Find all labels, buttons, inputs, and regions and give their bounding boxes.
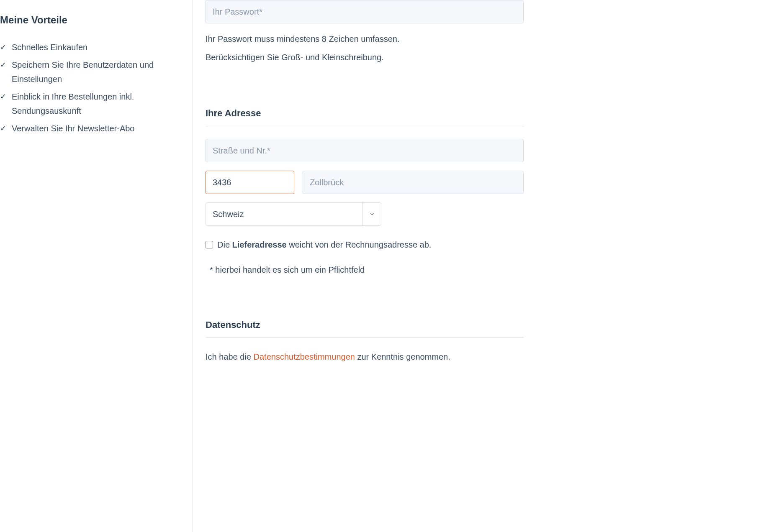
shipping-different-checkbox[interactable] [206,241,213,248]
check-icon: ✓ [0,122,6,135]
section-divider [206,126,524,126]
checkbox-label: Die Lieferadresse weicht von der Rechnun… [217,238,431,251]
sidebar-title: Meine Vorteile [0,13,184,28]
password-help-line: Berücksichtigen Sie Groß- und Kleinschre… [206,50,524,64]
registration-form: Ihr Passwort muss mindestens 8 Zeichen u… [193,0,536,532]
benefit-text: Einblick in Ihre Bestellungen inkl. Send… [12,92,134,115]
benefit-text: Verwalten Sie Ihr Newsletter-Abo [12,124,134,133]
benefit-item: ✓ Verwalten Sie Ihr Newsletter-Abo [0,121,184,136]
benefit-item: ✓ Schnelles Einkaufen [0,40,184,54]
country-select-wrap: Schweiz [206,202,381,226]
benefits-list: ✓ Schnelles Einkaufen ✓ Speichern Sie Ih… [0,40,184,136]
benefit-item: ✓ Speichern Sie Ihre Benutzerdaten und E… [0,58,184,86]
address-heading: Ihre Adresse [206,106,524,120]
street-input[interactable] [206,139,524,162]
check-icon: ✓ [0,41,6,54]
privacy-heading: Datenschutz [206,318,524,332]
zip-input[interactable] [206,171,294,194]
city-input[interactable] [303,171,524,194]
privacy-policy-link[interactable]: Datenschutzbestimmungen [254,352,355,361]
benefits-sidebar: Meine Vorteile ✓ Schnelles Einkaufen ✓ S… [0,0,193,532]
benefit-text: Speichern Sie Ihre Benutzerdaten und Ein… [12,60,154,84]
password-input[interactable] [206,0,524,23]
privacy-consent-text: Ich habe die Datenschutzbestimmungen zur… [206,350,524,363]
check-icon: ✓ [0,59,6,72]
shipping-different-checkbox-row[interactable]: Die Lieferadresse weicht von der Rechnun… [206,238,524,251]
benefit-text: Schnelles Einkaufen [12,43,87,52]
check-icon: ✓ [0,90,6,103]
benefit-item: ✓ Einblick in Ihre Bestellungen inkl. Se… [0,90,184,118]
section-divider [206,338,524,338]
required-field-note: * hierbei handelt es sich um ein Pflicht… [206,263,524,276]
password-help-line: Ihr Passwort muss mindestens 8 Zeichen u… [206,32,524,46]
country-select[interactable]: Schweiz [206,202,381,226]
